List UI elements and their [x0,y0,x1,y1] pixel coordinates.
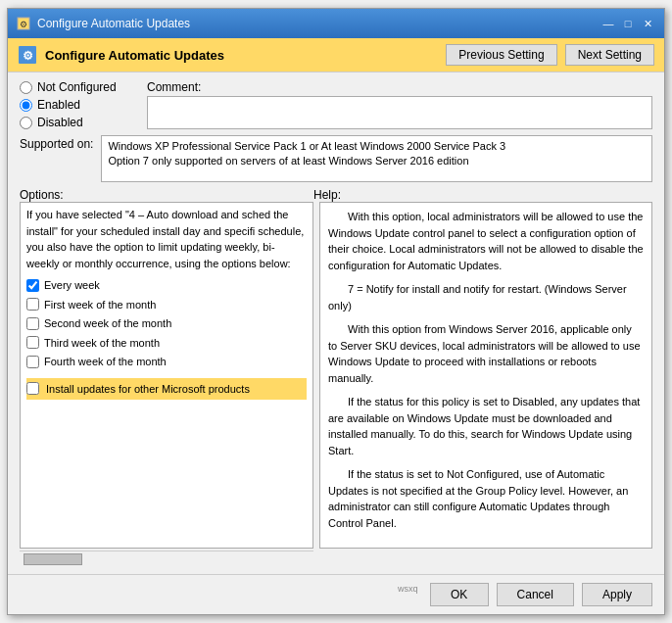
scroll-thumb[interactable] [24,553,82,565]
checkbox-fourth-week-input[interactable] [26,356,39,368]
bottom-scroll-area [20,551,652,566]
left-panel[interactable]: If you have selected "4 – Auto download … [20,202,313,549]
title-bar-left: ⚙ Configure Automatic Updates [16,16,190,31]
supported-row: Supported on: Windows XP Professional Se… [20,135,652,182]
checkbox-first-week[interactable]: First week of the month [26,297,307,313]
help-text-3: With this option from Windows Server 201… [328,321,644,386]
checkbox-fourth-week-label: Fourth week of the month [44,354,167,370]
radio-disabled-input[interactable] [20,117,32,129]
header-title-text: Configure Automatic Updates [45,48,224,63]
checkbox-first-week-input[interactable] [26,298,39,311]
left-hscroll [20,551,313,566]
radio-not-configured-input[interactable] [20,81,32,94]
comment-section: Comment: [147,80,652,129]
radio-group: Not Configured Enabled Disabled [20,80,137,129]
radio-enabled-input[interactable] [20,99,32,112]
apply-button[interactable]: Apply [582,583,652,606]
maximize-button[interactable]: □ [619,15,637,32]
previous-setting-button[interactable]: Previous Setting [446,44,556,66]
install-updates-label: Install updates for other Microsoft prod… [44,380,252,399]
minimize-button[interactable]: — [600,15,617,32]
supported-text: Windows XP Professional Service Pack 1 o… [108,140,505,167]
checkbox-every-week-input[interactable] [26,279,39,292]
close-button[interactable]: ✕ [639,15,656,32]
help-text-2: 7 = Notify for install and notify for re… [328,281,644,313]
radio-enabled-label: Enabled [37,98,80,112]
radio-not-configured-label: Not Configured [37,80,117,94]
scroll-track [20,551,313,566]
checkbox-second-week-label: Second week of the month [44,315,171,332]
panels-row: If you have selected "4 – Auto download … [20,202,652,549]
header-title: ⚙ Configure Automatic Updates [18,45,224,65]
title-text: Configure Automatic Updates [37,17,190,30]
checkbox-second-week[interactable]: Second week of the month [26,315,307,332]
section-labels: Options: Help: [20,188,652,202]
right-panel[interactable]: With this option, local administrators w… [319,202,652,549]
header-buttons: Previous Setting Next Setting [446,44,654,66]
svg-text:⚙: ⚙ [20,20,27,29]
checkbox-third-week-input[interactable] [26,336,39,349]
horizontal-scrollbar[interactable] [20,551,313,566]
checkbox-first-week-label: First week of the month [44,297,156,313]
checkbox-second-week-input[interactable] [26,317,39,330]
watermark: wsxq [394,583,422,606]
help-label: Help: [313,188,652,202]
dialog-window: ⚙ Configure Automatic Updates — □ ✕ ⚙ Co… [7,8,665,615]
checkbox-fourth-week[interactable]: Fourth week of the month [26,354,307,370]
left-description: If you have selected "4 – Auto download … [26,207,307,271]
help-text-5: If the status is set to Not Configured, … [328,466,644,531]
header-icon: ⚙ [18,45,37,65]
title-bar: ⚙ Configure Automatic Updates — □ ✕ [8,9,664,38]
radio-disabled[interactable]: Disabled [20,116,137,129]
supported-box: Windows XP Professional Service Pack 1 o… [101,135,652,182]
checkbox-every-week[interactable]: Every week [26,277,307,294]
comment-label: Comment: [147,80,652,94]
header-bar: ⚙ Configure Automatic Updates Previous S… [8,38,664,72]
title-buttons: — □ ✕ [600,15,656,32]
checkbox-third-week-label: Third week of the month [44,335,160,352]
content-area: Not Configured Enabled Disabled Comment:… [8,72,664,574]
svg-text:⚙: ⚙ [23,49,33,63]
comment-textarea[interactable] [147,96,652,129]
radio-disabled-label: Disabled [37,116,83,129]
footer: wsxq OK Cancel Apply [8,574,664,614]
dialog-icon: ⚙ [16,16,31,31]
install-updates-row[interactable]: Install updates for other Microsoft prod… [26,378,307,401]
ok-button[interactable]: OK [430,583,489,606]
options-label: Options: [20,188,313,202]
install-updates-checkbox[interactable] [26,382,39,395]
next-setting-button[interactable]: Next Setting [565,44,654,66]
checkbox-every-week-label: Every week [44,277,100,294]
top-row: Not Configured Enabled Disabled Comment: [20,80,652,129]
help-text-1: With this option, local administrators w… [328,209,644,273]
cancel-button[interactable]: Cancel [497,583,574,606]
help-text-4: If the status for this policy is set to … [328,394,644,458]
radio-not-configured[interactable]: Not Configured [20,80,137,94]
radio-enabled[interactable]: Enabled [20,98,137,112]
supported-label: Supported on: [20,135,93,151]
checkbox-third-week[interactable]: Third week of the month [26,335,307,352]
